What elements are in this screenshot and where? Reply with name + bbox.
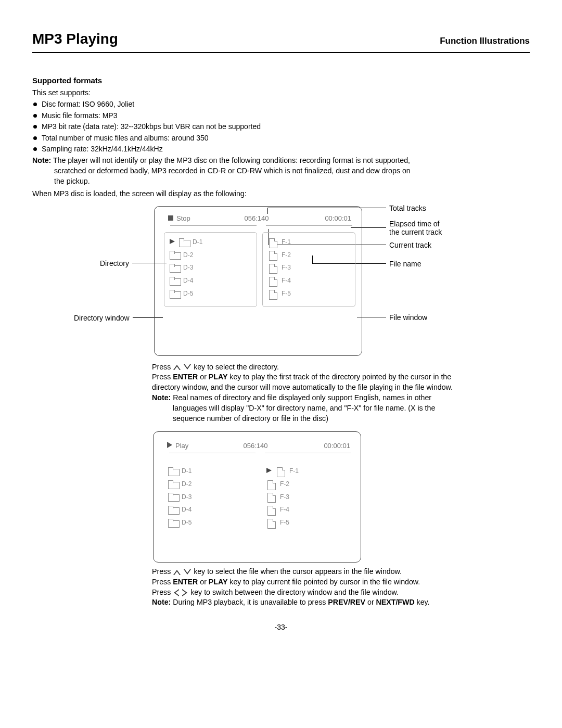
folder-icon: [170, 251, 180, 259]
supported-formats-heading: Supported formats: [32, 75, 530, 86]
file-label: F-5: [280, 518, 289, 527]
page-number: -33-: [32, 622, 530, 633]
dir-item: D-4: [168, 505, 253, 514]
file-label: F-3: [280, 493, 289, 502]
up-arrow-icon: [173, 569, 181, 575]
dir-label: D-2: [182, 480, 191, 489]
note-label: Note:: [152, 598, 171, 606]
key-name: PREV/REV: [328, 598, 365, 606]
note-text: Real names of directory and file display…: [171, 393, 431, 402]
file-label: F-5: [282, 289, 291, 298]
note-text: The player will not identify or play the…: [53, 156, 410, 164]
file-label: F-3: [282, 263, 291, 272]
cursor-icon: [266, 468, 272, 473]
directory-window: D-1 D-2 D-3 D-4 D-5: [164, 232, 257, 307]
file-item: F-3: [268, 263, 352, 272]
file-window: F-1 F-2 F-3 F-4 F-5: [261, 462, 354, 535]
screen1-status: Stop: [168, 214, 225, 223]
folder-icon: [179, 238, 189, 246]
dir-label: D-2: [183, 251, 193, 260]
instr-text: Press: [152, 578, 173, 586]
file-icon: [266, 480, 277, 488]
note-text: During MP3 playback, it is unavailable t…: [171, 598, 328, 606]
dir-item: D-4: [170, 276, 253, 285]
up-arrow-icon: [173, 364, 181, 370]
instr-text: Press: [152, 373, 173, 381]
screen1-counter: 056:140: [225, 214, 288, 223]
file-icon: [268, 238, 278, 246]
dir-label: D-3: [183, 263, 193, 272]
instr-text: Press: [152, 363, 173, 371]
status-text: Play: [175, 442, 188, 450]
instr-text: Press: [152, 588, 173, 596]
instr-text: key to select the directory.: [194, 363, 279, 371]
file-label: F-1: [289, 467, 299, 476]
folder-icon: [170, 277, 180, 285]
file-icon: [268, 264, 278, 272]
file-label: F-1: [282, 238, 291, 247]
file-item: F-1: [268, 238, 352, 247]
list-item: Music file formats: MP3: [32, 111, 530, 121]
note-label: Note:: [32, 156, 51, 164]
folder-icon: [168, 480, 178, 488]
screen1-illustration: Directory Directory window Total tracks …: [32, 203, 530, 362]
label-directory: Directory: [99, 259, 130, 269]
note-text: languages will display "D-X" for directo…: [152, 403, 504, 414]
file-item: F-5: [266, 518, 351, 527]
screen2-time: 00:00:01: [287, 441, 352, 451]
instr-text: or: [198, 578, 209, 586]
note-text: the pickup.: [32, 176, 530, 187]
instr-text: or: [198, 373, 209, 381]
play-icon: [167, 442, 172, 448]
instr-text: or: [365, 598, 376, 606]
label-total-tracks: Total tracks: [388, 203, 427, 214]
supported-list: Disc format: ISO 9660, Joliet Music file…: [32, 99, 530, 155]
instr-text: directory window, and the cursor will mo…: [152, 382, 504, 393]
list-item: MP3 bit rate (data rate): 32--320kbps bu…: [32, 122, 530, 132]
file-window: F-1 F-2 F-3 F-4 F-5: [262, 232, 355, 307]
dir-label: D-3: [182, 493, 191, 502]
directory-window: D-1 D-2 D-3 D-4 D-5: [163, 462, 256, 535]
instr-text: key to select the file when the cursor a…: [194, 567, 402, 576]
screen1-time: 00:00:01: [288, 214, 353, 223]
screen2: Play 056:140 00:00:01 D-1 D-2 D-3 D-4 D-…: [153, 431, 361, 563]
note-text: sequence number of directory or file in …: [152, 414, 504, 424]
cursor-icon: [170, 239, 175, 244]
label-directory-window: Directory window: [73, 313, 131, 324]
label-file-name: File name: [388, 259, 422, 270]
down-arrow-icon: [184, 569, 191, 575]
folder-icon: [170, 264, 180, 272]
dir-item: D-3: [168, 493, 253, 502]
page-header: MP3 Playing Function Illustrations: [32, 29, 530, 53]
file-item: F-4: [266, 505, 351, 514]
instructions-1: Press key to select the directory. Press…: [152, 362, 504, 424]
page-title: MP3 Playing: [32, 29, 118, 49]
dir-item: D-3: [170, 263, 253, 272]
status-text: Stop: [176, 214, 190, 222]
key-name: ENTER: [173, 578, 198, 586]
key-name: ENTER: [173, 373, 198, 381]
key-name: PLAY: [209, 578, 228, 586]
dir-item: D-5: [170, 289, 253, 298]
key-name: PLAY: [209, 373, 228, 381]
dir-item: D-5: [168, 518, 253, 527]
screen1-header: Stop 056:140 00:00:01: [155, 207, 362, 225]
screen2-illustration: Play 056:140 00:00:01 D-1 D-2 D-3 D-4 D-…: [153, 431, 530, 563]
file-label: F-4: [280, 505, 289, 514]
folder-icon: [168, 519, 178, 527]
screen2-header: Play 056:140 00:00:01: [154, 432, 361, 453]
file-item: F-1: [276, 467, 351, 476]
dir-label: D-1: [193, 238, 202, 247]
screen2-counter: 056:140: [224, 441, 287, 451]
note-text: scratched or deformed badly, MP3 recorde…: [32, 166, 530, 176]
folder-icon: [168, 506, 178, 514]
screen1: Stop 056:140 00:00:01 D-1 D-2 D-3 D-4 D-…: [154, 206, 362, 356]
file-label: F-2: [282, 251, 291, 260]
folder-icon: [168, 467, 178, 475]
dir-label: D-5: [183, 289, 193, 298]
dir-item: D-1: [179, 238, 253, 247]
screen2-status: Play: [167, 441, 224, 451]
list-item: Total number of music files and albums: …: [32, 133, 530, 144]
file-item: F-3: [266, 493, 351, 502]
file-item: F-2: [268, 251, 352, 260]
